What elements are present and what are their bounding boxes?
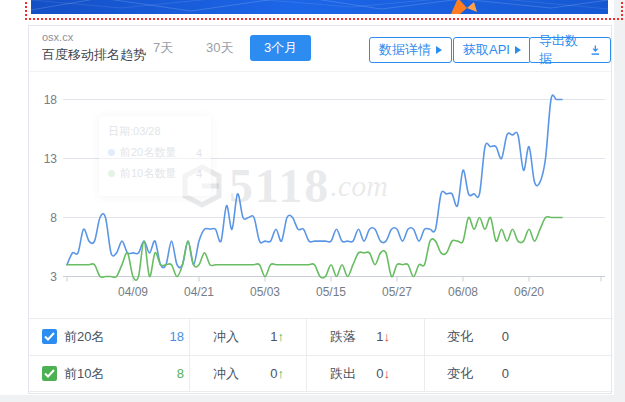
get-api-button[interactable]: 获取API [453, 37, 531, 63]
caret-right-icon [436, 46, 442, 54]
page: osx.cx 百度移动排名趋势 7天 30天 3个月 数据详情 获取API 导出… [0, 0, 625, 402]
column-divider [306, 319, 307, 355]
caret-right-icon [515, 46, 521, 54]
arrow-down-icon: ↓ [384, 329, 391, 344]
table-row-top10: 前10名 8 冲入 0↑ 跌出 0↓ 变化 0 [29, 355, 613, 392]
svg-text:06/20: 06/20 [514, 285, 544, 299]
data-details-button[interactable]: 数据详情 [369, 37, 452, 63]
in-value: 0↑ [234, 356, 284, 392]
out-value: 0↓ [340, 356, 390, 392]
svg-text:05/27: 05/27 [382, 285, 412, 299]
table-row-top20: 前20名 18 冲入 1↑ 跌落 1↓ 变化 0 [29, 318, 613, 355]
change-value: 0 [459, 356, 509, 392]
tooltip-label: 前10名数量 [120, 166, 176, 181]
svg-text:3: 3 [50, 270, 57, 284]
legend-dot-blue [108, 149, 115, 156]
banner-mesh-decoration [31, 0, 608, 14]
tooltip-value: 4 [196, 147, 202, 159]
page-title: 百度移动排名趋势 [42, 46, 146, 65]
series-name: 前10名 [64, 356, 104, 392]
svg-text:04/09: 04/09 [118, 285, 148, 299]
page-background-strip-bottom [0, 395, 625, 402]
domain-label: osx.cx [42, 30, 146, 46]
svg-text:05/15: 05/15 [316, 285, 346, 299]
change-value: 0 [459, 319, 509, 355]
tab-3-months-active[interactable]: 3个月 [250, 35, 311, 61]
title-block: osx.cx 百度移动排名趋势 [42, 30, 146, 65]
column-divider [424, 319, 425, 355]
page-background-strip-right [614, 0, 625, 402]
column-divider [189, 319, 190, 355]
svg-text:8: 8 [50, 211, 57, 225]
in-value: 1↑ [234, 319, 284, 355]
checkbox-top20[interactable] [42, 329, 57, 344]
chart-tooltip-ghost: 日期:03/28 前20名数量 4 前10名数量 4 [99, 116, 211, 196]
series-total: 8 [139, 356, 184, 392]
export-data-button[interactable]: 导出数据 [529, 37, 611, 63]
tooltip-row-top10: 前10名数量 4 [108, 166, 202, 181]
card-header: osx.cx 百度移动排名趋势 7天 30天 3个月 数据详情 获取API 导出… [29, 26, 611, 72]
rocket-icon [451, 0, 467, 14]
legend-dot-green [108, 170, 115, 177]
export-data-label: 导出数据 [539, 32, 585, 68]
promo-banner[interactable] [31, 0, 608, 14]
column-divider [424, 356, 425, 392]
arrow-up-icon: ↑ [278, 366, 285, 381]
column-divider [189, 356, 190, 392]
series-name: 前20名 [64, 319, 104, 355]
svg-text:13: 13 [44, 152, 58, 166]
tab-7-days[interactable]: 7天 [153, 39, 173, 57]
arrow-down-icon: ↓ [384, 366, 391, 381]
svg-text:04/21: 04/21 [184, 285, 214, 299]
svg-text:18: 18 [44, 93, 58, 107]
arrow-up-icon: ↑ [278, 329, 285, 344]
check-icon [44, 369, 55, 378]
svg-text:05/03: 05/03 [250, 285, 280, 299]
checkbox-top10[interactable] [42, 366, 57, 381]
get-api-label: 获取API [463, 41, 510, 59]
download-icon [590, 44, 601, 56]
check-icon [44, 332, 55, 341]
data-details-label: 数据详情 [379, 41, 431, 59]
svg-text:06/08: 06/08 [448, 285, 478, 299]
trend-card: osx.cx 百度移动排名趋势 7天 30天 3个月 数据详情 获取API 导出… [28, 25, 612, 394]
tab-30-days[interactable]: 30天 [206, 39, 233, 57]
column-divider [306, 356, 307, 392]
tooltip-label: 前20名数量 [120, 145, 176, 160]
series-total: 18 [139, 319, 184, 355]
out-value: 1↓ [340, 319, 390, 355]
tooltip-row-top20: 前20名数量 4 [108, 145, 202, 160]
tooltip-value: 4 [196, 168, 202, 180]
ranking-trend-chart[interactable]: 5118 .com 日期:03/28 前20名数量 4 前10名数量 4 181… [29, 72, 611, 318]
tooltip-date: 日期:03/28 [108, 124, 202, 139]
